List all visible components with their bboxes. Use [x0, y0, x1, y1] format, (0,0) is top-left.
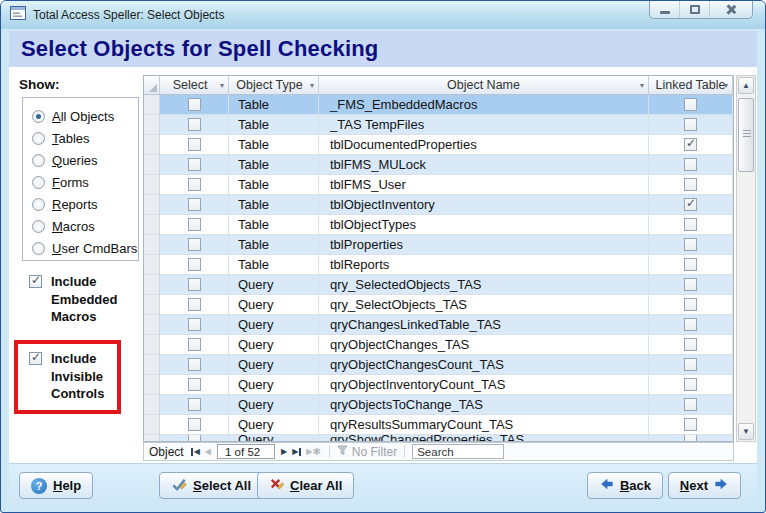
- linked-table-checkbox[interactable]: [684, 435, 697, 442]
- select-checkbox[interactable]: [188, 398, 201, 411]
- last-record-button[interactable]: ▶: [291, 445, 302, 459]
- row-selector[interactable]: [144, 315, 160, 334]
- scrollbar-thumb[interactable]: [738, 98, 754, 172]
- row-selector[interactable]: [144, 175, 160, 194]
- table-row[interactable]: QueryqryObjectInventoryCount_TAS: [144, 375, 733, 395]
- select-checkbox[interactable]: [188, 218, 201, 231]
- row-selector[interactable]: [144, 435, 160, 442]
- checkbox-include-embedded-macros[interactable]: Include Embedded Macros: [29, 273, 135, 326]
- row-selector[interactable]: [144, 415, 160, 434]
- scroll-up-icon[interactable]: ▲: [738, 77, 754, 94]
- table-row[interactable]: QueryqryObjectChangesCount_TAS: [144, 355, 733, 375]
- table-row[interactable]: Queryqry_SelectObjects_TAS: [144, 295, 733, 315]
- vertical-scrollbar[interactable]: ▲ ▼: [736, 75, 756, 442]
- search-input[interactable]: [412, 444, 504, 459]
- column-dropdown-icon[interactable]: ▾: [640, 81, 644, 90]
- linked-table-checkbox[interactable]: [684, 418, 697, 431]
- row-selector[interactable]: [144, 215, 160, 234]
- linked-table-checkbox[interactable]: [684, 238, 697, 251]
- clear-all-button[interactable]: Clear All: [257, 472, 354, 499]
- table-row[interactable]: Table_TAS TempFiles: [144, 115, 733, 135]
- maximize-button[interactable]: [680, 0, 710, 18]
- select-checkbox[interactable]: [188, 318, 201, 331]
- select-checkbox[interactable]: [188, 298, 201, 311]
- table-row[interactable]: TabletblDocumentedProperties: [144, 135, 733, 155]
- row-selector[interactable]: [144, 335, 160, 354]
- linked-table-checkbox[interactable]: [684, 298, 697, 311]
- corner-select-icon[interactable]: [144, 76, 160, 94]
- row-selector[interactable]: [144, 295, 160, 314]
- select-checkbox[interactable]: [188, 418, 201, 431]
- radio-option-reports[interactable]: Reports: [32, 193, 138, 215]
- linked-table-checkbox[interactable]: [684, 158, 697, 171]
- column-header-object-name[interactable]: Object Name▾: [319, 76, 649, 94]
- linked-table-checkbox[interactable]: [684, 138, 697, 151]
- linked-table-checkbox[interactable]: [684, 118, 697, 131]
- select-checkbox[interactable]: [188, 278, 201, 291]
- linked-table-checkbox[interactable]: [684, 258, 697, 271]
- table-row[interactable]: QueryqryObjectsToChange_TAS: [144, 395, 733, 415]
- row-selector[interactable]: [144, 155, 160, 174]
- row-selector[interactable]: [144, 115, 160, 134]
- no-filter-button[interactable]: No Filter: [337, 445, 397, 459]
- row-selector[interactable]: [144, 275, 160, 294]
- select-checkbox[interactable]: [188, 378, 201, 391]
- linked-table-checkbox[interactable]: [684, 398, 697, 411]
- close-button[interactable]: [710, 0, 752, 18]
- select-all-button[interactable]: Select All: [159, 472, 263, 499]
- row-selector[interactable]: [144, 355, 160, 374]
- select-checkbox[interactable]: [188, 158, 201, 171]
- next-button[interactable]: Next: [668, 472, 741, 499]
- radio-option-macros[interactable]: Macros: [32, 215, 138, 237]
- help-button[interactable]: ? Help: [19, 472, 93, 499]
- select-checkbox[interactable]: [188, 138, 201, 151]
- row-selector[interactable]: [144, 375, 160, 394]
- back-button[interactable]: Back: [587, 472, 663, 499]
- select-checkbox[interactable]: [188, 338, 201, 351]
- table-row[interactable]: Table_FMS_EmbeddedMacros: [144, 95, 733, 115]
- radio-option-tables[interactable]: Tables: [32, 127, 138, 149]
- select-checkbox[interactable]: [188, 435, 201, 442]
- table-row[interactable]: QueryqryChangesLinkedTable_TAS: [144, 315, 733, 335]
- radio-option-forms[interactable]: Forms: [32, 171, 138, 193]
- table-row[interactable]: QueryqryShowChangedProperties_TAS: [144, 435, 733, 442]
- radio-option-user-cmdbars[interactable]: User CmdBars: [32, 237, 138, 259]
- table-row[interactable]: TabletblObjectTypes: [144, 215, 733, 235]
- select-checkbox[interactable]: [188, 258, 201, 271]
- linked-table-checkbox[interactable]: [684, 358, 697, 371]
- linked-table-checkbox[interactable]: [684, 218, 697, 231]
- column-header-select[interactable]: Select▾: [160, 76, 229, 94]
- select-checkbox[interactable]: [188, 98, 201, 111]
- minimize-button[interactable]: [650, 0, 680, 18]
- table-row[interactable]: QueryqryObjectChanges_TAS: [144, 335, 733, 355]
- row-selector[interactable]: [144, 95, 160, 114]
- linked-table-checkbox[interactable]: [684, 278, 697, 291]
- column-dropdown-icon[interactable]: ▾: [724, 81, 728, 90]
- table-row[interactable]: TabletblFMS_MULock: [144, 155, 733, 175]
- table-row[interactable]: TabletblFMS_User: [144, 175, 733, 195]
- next-record-button[interactable]: ▶: [280, 445, 288, 459]
- select-checkbox[interactable]: [188, 198, 201, 211]
- row-selector[interactable]: [144, 195, 160, 214]
- linked-table-checkbox[interactable]: [684, 98, 697, 111]
- column-dropdown-icon[interactable]: ▾: [220, 81, 224, 90]
- radio-option-queries[interactable]: Queries: [32, 149, 138, 171]
- table-row[interactable]: TabletblProperties: [144, 235, 733, 255]
- table-row[interactable]: TabletblReports: [144, 255, 733, 275]
- select-checkbox[interactable]: [188, 238, 201, 251]
- linked-table-checkbox[interactable]: [684, 338, 697, 351]
- linked-table-checkbox[interactable]: [684, 378, 697, 391]
- new-record-button[interactable]: ▶✱: [305, 445, 322, 459]
- select-checkbox[interactable]: [188, 358, 201, 371]
- table-row[interactable]: QueryqryResultsSummaryCount_TAS: [144, 415, 733, 435]
- titlebar[interactable]: Total Access Speller: Select Objects: [1, 1, 765, 29]
- row-selector[interactable]: [144, 235, 160, 254]
- previous-record-button[interactable]: ◀: [204, 445, 212, 459]
- select-checkbox[interactable]: [188, 178, 201, 191]
- linked-table-checkbox[interactable]: [684, 178, 697, 191]
- column-header-object-type[interactable]: Object Type▾: [229, 76, 319, 94]
- row-selector[interactable]: [144, 135, 160, 154]
- scroll-down-icon[interactable]: ▼: [738, 423, 754, 440]
- first-record-button[interactable]: ◀: [190, 445, 201, 459]
- radio-option-all-objects[interactable]: All Objects: [32, 105, 138, 127]
